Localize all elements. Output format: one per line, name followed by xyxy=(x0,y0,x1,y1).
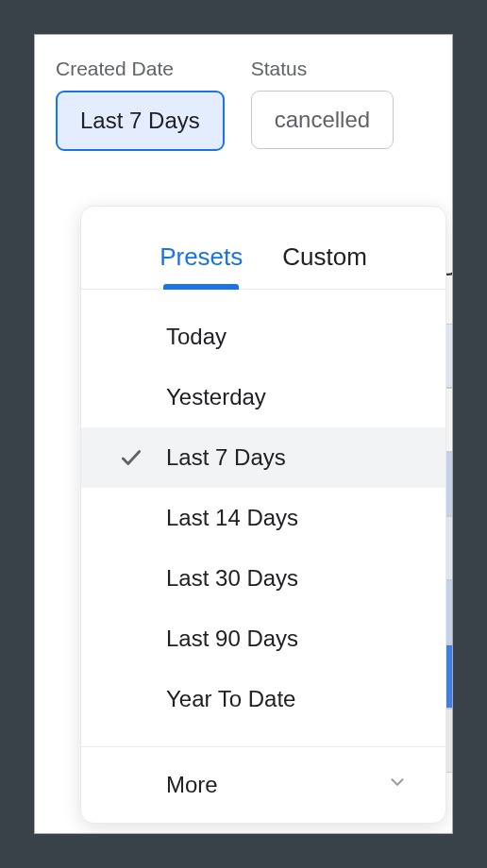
status-filter-pill[interactable]: cancelled xyxy=(251,91,394,149)
tab-custom-label: Custom xyxy=(282,242,367,271)
created-date-value: Last 7 Days xyxy=(80,108,200,133)
preset-label: Today xyxy=(166,324,445,350)
status-label: Status xyxy=(251,58,394,80)
preset-label: Last 14 Days xyxy=(166,505,445,531)
preset-item-last-90-days[interactable]: Last 90 Days xyxy=(81,609,445,669)
preset-label: Last 30 Days xyxy=(166,565,445,592)
content-panel: U Created Date Last 7 Days Status cancel… xyxy=(34,34,453,834)
preset-label: Year To Date xyxy=(166,686,445,712)
filter-row: Created Date Last 7 Days Status cancelle… xyxy=(56,58,431,151)
preset-item-today[interactable]: Today xyxy=(81,307,445,367)
preset-item-yesterday[interactable]: Yesterday xyxy=(81,367,445,427)
preset-label: Last 7 Days xyxy=(166,444,445,471)
preset-item-last-7-days[interactable]: Last 7 Days xyxy=(81,427,445,488)
preset-label: Yesterday xyxy=(166,384,445,410)
check-icon xyxy=(119,445,166,470)
created-date-filter-pill[interactable]: Last 7 Days xyxy=(56,91,225,151)
created-date-label: Created Date xyxy=(56,58,225,80)
tab-presets[interactable]: Presets xyxy=(144,231,258,289)
preset-item-last-14-days[interactable]: Last 14 Days xyxy=(81,488,445,548)
tab-presets-label: Presets xyxy=(160,242,243,271)
preset-label: Last 90 Days xyxy=(166,626,445,652)
filter-group-status: Status cancelled xyxy=(251,58,394,149)
preset-item-last-30-days[interactable]: Last 30 Days xyxy=(81,548,445,609)
more-button[interactable]: More xyxy=(81,747,445,823)
preset-list: Today Yesterday Last 7 Days Las xyxy=(81,290,445,747)
chevron-down-icon xyxy=(387,772,408,798)
preset-item-year-to-date[interactable]: Year To Date xyxy=(81,669,445,729)
more-label: More xyxy=(166,772,218,798)
date-preset-dropdown: Presets Custom Today Yesterday xyxy=(80,206,446,824)
tab-custom[interactable]: Custom xyxy=(267,231,382,289)
tab-underline xyxy=(163,284,239,290)
filter-group-created-date: Created Date Last 7 Days xyxy=(56,58,225,151)
dropdown-tabs: Presets Custom xyxy=(81,207,445,290)
app-frame: U Created Date Last 7 Days Status cancel… xyxy=(0,0,487,868)
status-value: cancelled xyxy=(275,107,370,132)
